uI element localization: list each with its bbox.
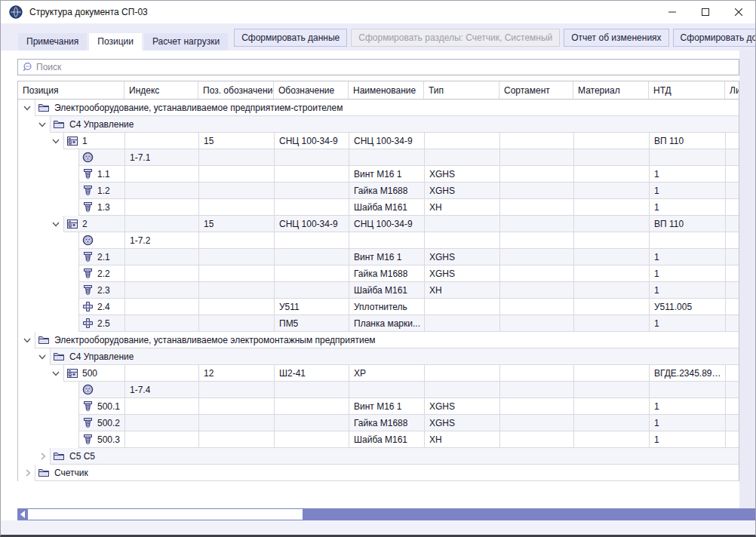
cell-li	[726, 382, 739, 397]
cell-pos-designation: 15	[199, 216, 275, 232]
column-header-material[interactable]: Материал	[573, 81, 649, 99]
item-row[interactable]: 1.2Гайка М1688XGHS1	[18, 183, 739, 199]
chevron-right-icon[interactable]	[26, 469, 31, 477]
cell-assortment	[500, 133, 574, 149]
column-header-assortment[interactable]: Сортамент	[499, 81, 573, 99]
item-row[interactable]: 2.4У511УплотнительУ511.005	[18, 299, 739, 315]
group-label: Счетчик	[54, 468, 88, 478]
row-content: 2.3Шайба М161ХН1	[78, 282, 739, 299]
chevron-right-icon[interactable]	[41, 453, 46, 460]
connector-icon	[81, 384, 94, 396]
tab-pozitsii[interactable]: Позиции	[89, 33, 142, 51]
item-row[interactable]: 500.2Гайка М1688XGHS1	[18, 415, 739, 431]
horizontal-scrollbar-row	[1, 508, 755, 520]
item-row[interactable]: 1.1Винт М16 1XGHS1	[18, 166, 739, 183]
item-row[interactable]: 1-7.4	[18, 382, 739, 398]
column-header-index[interactable]: Индекс	[124, 81, 198, 99]
maximize-button[interactable]	[689, 1, 722, 23]
group-cell: Счетчик	[35, 465, 739, 480]
cell-assortment	[500, 199, 574, 215]
column-header-pos-designation[interactable]: Поз. обозначение	[198, 81, 274, 99]
item-row[interactable]: 215СНЦ 100-34-9СНЦ 100-34-9ВП 110	[18, 216, 739, 232]
cell-material	[574, 431, 650, 447]
chevron-down-icon[interactable]	[23, 338, 31, 343]
item-row[interactable]: 1.3Шайба М161ХН1	[18, 199, 739, 216]
search-input[interactable]	[36, 62, 735, 72]
cell-text: 500	[82, 368, 97, 379]
group-row[interactable]: С4 Управление	[18, 348, 739, 365]
cell-name: Шайба М161	[349, 282, 425, 298]
cell-type	[425, 216, 500, 232]
item-row[interactable]: 1-7.1	[18, 149, 739, 166]
positions-tree-table: ПозицияИндексПоз. обозначениеОбозначение…	[17, 81, 739, 481]
horizontal-scrollbar[interactable]	[17, 508, 755, 520]
chevron-down-icon[interactable]	[52, 139, 60, 144]
minimize-button[interactable]	[656, 1, 689, 23]
folder-icon	[38, 467, 50, 479]
cell-assortment	[500, 415, 574, 431]
generate-sections-button[interactable]: Сформировать разделы: Счетчик, Системный	[351, 29, 560, 47]
cell-text: Гайка М1688	[354, 418, 407, 428]
item-row[interactable]: 2.3Шайба М161ХН1	[18, 282, 739, 299]
cell-index	[125, 249, 199, 265]
change-report-button[interactable]: Отчет об изменениях	[564, 29, 668, 47]
item-row[interactable]: 2.1Винт М16 1XGHS1	[18, 249, 739, 265]
row-content: 115СНЦ 100-34-9СНЦ 100-34-9ВП 110	[63, 133, 739, 149]
cell-li	[726, 216, 739, 232]
cell-name: СНЦ 100-34-9	[349, 133, 425, 149]
column-header-designation[interactable]: Обозначение	[274, 81, 349, 99]
row-indent	[18, 133, 63, 149]
horizontal-scrollbar-thumb[interactable]	[28, 509, 303, 520]
cell-position: 1.2	[79, 183, 125, 198]
row-content: С4 Управление	[50, 348, 739, 365]
cell-type: XGHS	[425, 183, 500, 198]
scroll-left-arrow-icon[interactable]	[17, 508, 28, 520]
column-header-type[interactable]: Тип	[424, 81, 499, 99]
column-header-li[interactable]: Ли	[725, 81, 739, 99]
group-row[interactable]: С4 Управление	[18, 116, 739, 133]
cell-ntd: 1	[650, 265, 726, 281]
tab-raschet-nagruzki[interactable]: Расчет нагрузки	[144, 33, 228, 51]
cell-text: У511	[279, 302, 300, 312]
chevron-down-icon[interactable]	[38, 354, 46, 360]
vertical-scrollbar[interactable]	[739, 51, 755, 508]
item-row[interactable]: 1-7.2	[18, 232, 739, 249]
cell-text: Уплотнитель	[354, 302, 407, 312]
chevron-down-icon[interactable]	[52, 371, 60, 376]
row-content: 2.1Винт М16 1XGHS1	[78, 249, 739, 265]
column-header-name[interactable]: Наименование	[349, 81, 424, 99]
search-box	[17, 59, 739, 75]
cell-text: Ш2-41	[279, 368, 306, 379]
chevron-down-icon[interactable]	[38, 122, 46, 127]
item-row[interactable]: 50012Ш2-41ХРВГДЕ.2345.897 ТУ	[18, 365, 739, 382]
item-row[interactable]: 2.2Гайка М1688XGHS1	[18, 265, 739, 282]
chevron-down-icon[interactable]	[23, 106, 31, 111]
cell-type	[425, 382, 500, 397]
column-header-ntd[interactable]: НТД	[649, 81, 725, 99]
cell-designation	[275, 382, 349, 397]
item-row[interactable]: 115СНЦ 100-34-9СНЦ 100-34-9ВП 110	[18, 133, 739, 149]
cell-text: 1	[654, 202, 659, 213]
cell-li	[726, 265, 739, 281]
group-row[interactable]: С5 С5	[18, 448, 739, 465]
connector-icon	[81, 235, 94, 247]
item-row[interactable]: 500.1Винт М16 1XGHS1	[18, 398, 739, 415]
item-row[interactable]: 500.3Шайба М161ХН1	[18, 431, 739, 448]
close-button[interactable]	[722, 1, 755, 23]
cell-material	[574, 415, 650, 431]
group-row[interactable]: Электрооборудование, устанавливаемое эле…	[18, 332, 739, 348]
cell-assortment	[500, 282, 574, 298]
tab-primechaniya[interactable]: Примечания	[18, 33, 87, 51]
cell-text: XGHS	[429, 169, 455, 180]
generate-document-button[interactable]: Сформировать документ	[673, 29, 756, 47]
row-content: Электрооборудование, устанавливаемое пре…	[35, 100, 739, 116]
group-row[interactable]: Счетчик	[18, 465, 739, 481]
cell-text: 1-7.4	[130, 385, 150, 395]
group-row[interactable]: Электрооборудование, устанавливаемое пре…	[18, 100, 739, 116]
column-header-position[interactable]: Позиция	[18, 81, 124, 99]
chevron-down-icon[interactable]	[52, 222, 60, 227]
cell-index	[125, 431, 199, 447]
generate-data-button[interactable]: Сформировать данные	[234, 29, 347, 47]
app-logo-icon	[9, 5, 23, 19]
item-row[interactable]: 2.5ПМ5Планка марки...1	[18, 315, 739, 332]
